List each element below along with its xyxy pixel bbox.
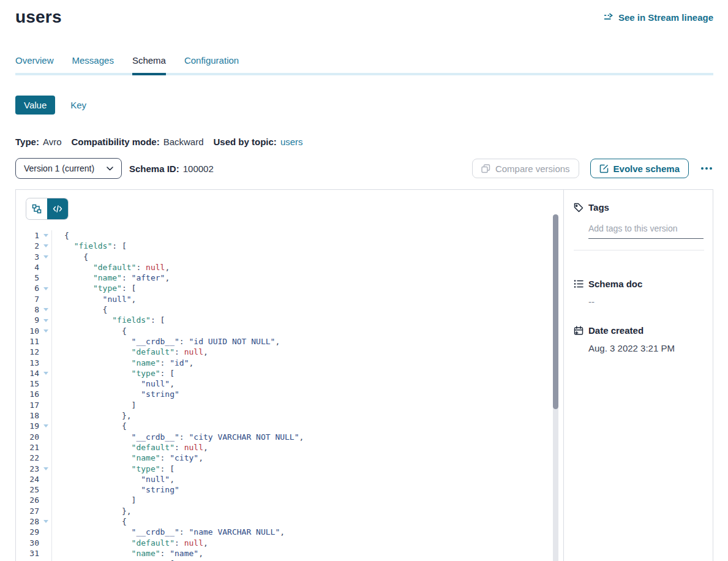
code-text: }, (52, 410, 132, 421)
tags-heading: Tags (588, 202, 609, 213)
code-text: { (52, 230, 69, 241)
version-select-value: Version 1 (current) (24, 164, 94, 173)
code-line: 22 "name": "city", (16, 453, 563, 463)
schema-meta-row: Type: Avro Compatibility mode: Backward … (15, 137, 713, 147)
line-number: 10 (16, 326, 39, 336)
topic-link[interactable]: users (280, 137, 303, 147)
fold-arrow-icon[interactable] (39, 368, 52, 378)
value-toggle-button[interactable]: Value (15, 96, 55, 115)
date-created-heading: Date created (588, 325, 644, 336)
line-number: 28 (16, 516, 39, 527)
code-editor[interactable]: 1{2 "fields": [3 {4 "default": null,5 "n… (16, 230, 563, 561)
code-line: 28 { (16, 516, 563, 527)
fold-arrow-icon[interactable] (39, 252, 52, 262)
code-text: "name": "city", (52, 453, 203, 463)
code-text: "default": null, (52, 442, 208, 453)
code-view-icon (53, 205, 62, 213)
schema-doc-value: -- (588, 296, 704, 307)
add-tags-input[interactable] (588, 222, 704, 239)
code-text: "null", (52, 294, 136, 304)
fold-arrow-icon[interactable] (39, 304, 52, 315)
fold-arrow-icon[interactable] (39, 559, 52, 561)
code-line: 6 "type": [ (16, 283, 563, 293)
editor-scrollbar-track[interactable] (553, 214, 558, 561)
key-toggle-button[interactable]: Key (70, 100, 86, 110)
page-title: users (15, 7, 62, 27)
editor-toolbar (16, 190, 563, 219)
schema-controls-row: Version 1 (current) Schema ID: 100002 Co… (15, 158, 713, 179)
code-line: 2 "fields": [ (16, 241, 563, 251)
version-select[interactable]: Version 1 (current) (15, 158, 122, 179)
tab-configuration[interactable]: Configuration (184, 55, 239, 75)
code-line: 25 "string" (16, 484, 563, 495)
evolve-schema-label: Evolve schema (614, 164, 680, 174)
compare-versions-button[interactable]: Compare versions (472, 159, 579, 178)
fold-arrow-icon[interactable] (39, 421, 52, 431)
used-by-topic-label: Used by topic: (214, 137, 277, 147)
compatibility-label: Compatibility mode: (71, 137, 159, 147)
fold-arrow-icon[interactable] (39, 326, 52, 336)
line-number: 3 (16, 252, 39, 262)
code-line: 12 "default": null, (16, 347, 563, 357)
tab-schema[interactable]: Schema (132, 55, 166, 75)
stream-lineage-link[interactable]: See in Stream lineage (604, 12, 713, 23)
line-number: 2 (16, 241, 39, 251)
tab-overview[interactable]: Overview (15, 55, 54, 75)
fold-arrow-icon[interactable] (39, 241, 52, 251)
code-text: "null", (52, 474, 174, 484)
tree-view-button[interactable] (26, 198, 47, 219)
fold-spacer (39, 378, 52, 389)
fold-arrow-icon[interactable] (39, 315, 52, 325)
fold-spacer (39, 358, 52, 368)
code-line: 3 { (16, 252, 563, 262)
line-number: 18 (16, 410, 39, 421)
line-number: 22 (16, 453, 39, 463)
line-number: 31 (16, 548, 39, 559)
tags-heading-row: Tags (574, 202, 704, 213)
line-number: 12 (16, 347, 39, 357)
tag-icon (574, 203, 584, 213)
fold-arrow-icon[interactable] (39, 230, 52, 241)
compatibility-value: Backward (163, 137, 204, 147)
code-line: 31 "name": "name", (16, 548, 563, 559)
code-view-button[interactable] (47, 198, 68, 219)
line-number: 8 (16, 304, 39, 315)
value-key-toggle: Value Key (15, 96, 713, 115)
code-line: 20 "__crdb__": "city VARCHAR NOT NULL", (16, 432, 563, 442)
schema-doc-icon (574, 279, 584, 288)
code-text: "type": [ (52, 283, 136, 293)
more-options-icon[interactable] (700, 165, 713, 172)
code-text: "default": null, (52, 538, 208, 548)
line-number: 25 (16, 484, 39, 495)
fold-spacer (39, 453, 52, 463)
fold-spacer (39, 484, 52, 495)
tab-messages[interactable]: Messages (72, 55, 114, 75)
code-text: "type": [ (52, 368, 174, 378)
fold-arrow-icon[interactable] (39, 464, 52, 474)
line-number: 24 (16, 474, 39, 484)
schema-editor-section: 1{2 "fields": [3 {4 "default": null,5 "n… (16, 190, 563, 561)
line-number: 30 (16, 538, 39, 548)
code-text: "string" (52, 389, 179, 399)
fold-spacer (39, 410, 52, 421)
evolve-schema-button[interactable]: Evolve schema (590, 159, 689, 178)
fold-arrow-icon[interactable] (39, 283, 52, 293)
fold-spacer (39, 538, 52, 548)
schema-doc-heading-row: Schema doc (574, 279, 704, 289)
sidebar-divider (574, 250, 704, 250)
editor-scrollbar-thumb[interactable] (553, 214, 558, 409)
code-text: { (52, 304, 107, 315)
schema-id-value: 100002 (183, 164, 214, 174)
code-line: 7 "null", (16, 294, 563, 304)
used-by-topic-field: Used by topic: users (214, 137, 303, 147)
code-line: 8 { (16, 304, 563, 315)
type-label: Type: (15, 137, 39, 147)
code-line: 17 ] (16, 400, 563, 410)
code-line: 21 "default": null, (16, 442, 563, 453)
fold-spacer (39, 506, 52, 516)
line-number: 16 (16, 389, 39, 399)
fold-arrow-icon[interactable] (39, 516, 52, 527)
code-lines: 1{2 "fields": [3 {4 "default": null,5 "n… (16, 230, 563, 561)
line-number: 4 (16, 262, 39, 273)
compare-versions-icon (481, 164, 490, 173)
